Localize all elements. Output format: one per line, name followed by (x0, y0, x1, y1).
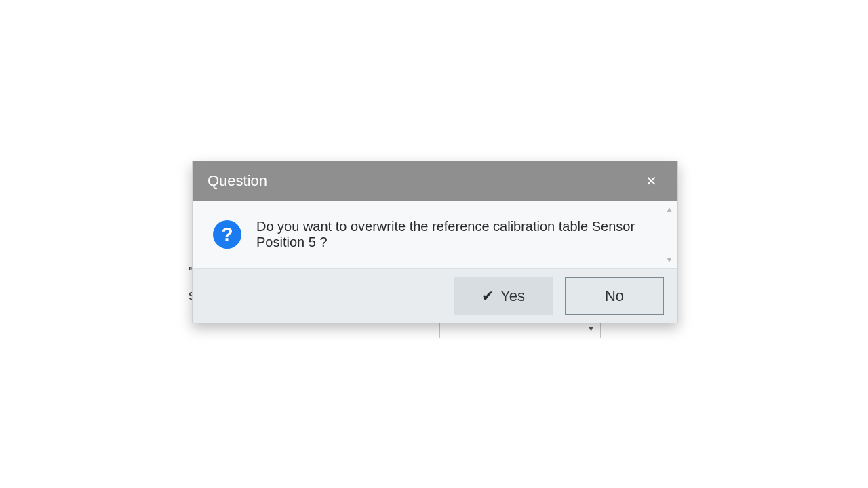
dialog-titlebar: Question ✕ (193, 161, 677, 201)
yes-button[interactable]: ✔ Yes (454, 277, 553, 315)
question-dialog: Question ✕ ▲ ? Do you want to overwrite … (192, 161, 678, 323)
no-button-label: No (605, 287, 624, 305)
chevron-down-icon: ▾ (589, 323, 593, 333)
dialog-body: ▲ ? Do you want to overwrite the referen… (193, 201, 677, 268)
dialog-title: Question (208, 172, 267, 190)
scroll-up-icon: ▲ (665, 205, 673, 214)
question-icon: ? (213, 220, 241, 249)
check-icon: ✔ (481, 287, 494, 305)
scroll-down-icon: ▼ (665, 255, 673, 264)
close-button[interactable]: ✕ (640, 170, 663, 192)
no-button[interactable]: No (565, 277, 664, 315)
question-icon-glyph: ? (221, 225, 233, 244)
dialog-message: Do you want to overwrite the reference c… (256, 219, 657, 250)
yes-button-label: Yes (500, 287, 525, 305)
dialog-button-bar: ✔ Yes No (193, 268, 677, 323)
close-icon: ✕ (646, 174, 657, 188)
